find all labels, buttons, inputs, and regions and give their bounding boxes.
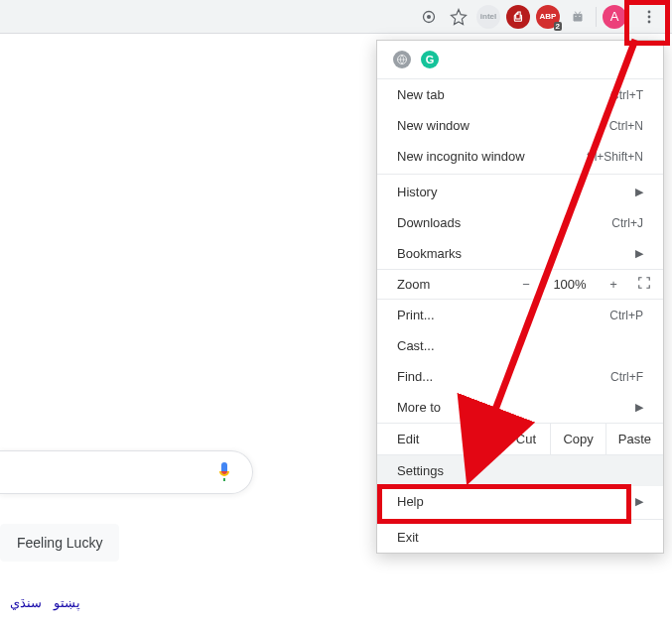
menu-shortcut: trl+Shift+N [587, 150, 643, 164]
edit-cut[interactable]: Cut [500, 424, 550, 454]
menu-label: Exit [397, 530, 419, 545]
chevron-right-icon: ▶ [635, 186, 643, 198]
feeling-lucky-button[interactable]: Feeling Lucky [0, 524, 119, 562]
extension-icon-android[interactable] [566, 5, 590, 29]
menu-zoom-row: Zoom − 100% + [377, 269, 663, 300]
edit-label: Edit [377, 424, 500, 454]
toolbar-divider [596, 7, 597, 27]
language-links: پښتو سنڌي [10, 595, 88, 610]
extension-icon-abp[interactable]: ABP 2 [536, 5, 560, 29]
menu-history[interactable]: History ▶ [377, 177, 663, 207]
svg-point-6 [648, 20, 651, 23]
menu-more-tools[interactable]: More to ▶ [377, 392, 663, 423]
edit-paste[interactable]: Paste [605, 424, 663, 454]
svg-point-1 [427, 15, 431, 19]
zoom-out-button[interactable]: − [516, 277, 536, 292]
menu-help[interactable]: Help ▶ [377, 486, 663, 517]
menu-label: History [397, 185, 437, 199]
menu-label: More to [397, 400, 441, 415]
svg-point-4 [648, 10, 651, 13]
menu-label: Help [397, 494, 424, 509]
profile-letter: A [610, 9, 619, 24]
menu-label: New window [397, 118, 470, 133]
menu-new-window[interactable]: New window Ctrl+N [377, 110, 663, 141]
browser-toolbar: intel ⎙ ABP 2 A [0, 0, 672, 34]
menu-label: Downloads [397, 215, 461, 230]
menu-print[interactable]: Print... Ctrl+P [377, 300, 663, 330]
zoom-label: Zoom [397, 277, 502, 292]
menu-find[interactable]: Find... Ctrl+F [377, 361, 663, 392]
lang-link[interactable]: سنڌي [10, 595, 42, 610]
extension-icon-intel[interactable]: intel [476, 5, 500, 29]
zoom-value: 100% [550, 277, 590, 292]
menu-extension-row: G [377, 41, 663, 79]
menu-edit-row: Edit Cut Copy Paste [377, 423, 663, 455]
star-icon[interactable] [447, 5, 470, 29]
menu-shortcut: Ctrl+J [611, 216, 643, 230]
menu-new-incognito[interactable]: New incognito window trl+Shift+N [377, 141, 663, 172]
lucky-label: Feeling Lucky [17, 535, 102, 551]
menu-shortcut: Ctrl+T [610, 88, 643, 102]
menu-new-tab[interactable]: New tab Ctrl+T [377, 79, 663, 110]
menu-bookmarks[interactable]: Bookmarks ▶ [377, 238, 663, 269]
globe-icon[interactable] [393, 51, 411, 68]
menu-label: Cast... [397, 338, 435, 353]
grammarly-icon[interactable]: G [421, 51, 439, 68]
svg-point-5 [648, 15, 651, 18]
menu-label: Print... [397, 308, 435, 322]
menu-settings[interactable]: Settings [377, 455, 663, 486]
menu-separator [377, 174, 663, 175]
menu-label: Bookmarks [397, 246, 462, 261]
menu-exit[interactable]: Exit [377, 522, 663, 553]
target-icon[interactable] [417, 5, 441, 29]
zoom-in-button[interactable]: + [604, 277, 623, 292]
search-box[interactable] [0, 450, 253, 494]
abp-badge: 2 [554, 22, 562, 31]
menu-label: New incognito window [397, 149, 525, 164]
edit-copy[interactable]: Copy [550, 424, 605, 454]
fullscreen-icon[interactable] [637, 276, 651, 293]
lang-link[interactable]: پښتو [54, 595, 80, 610]
chevron-right-icon: ▶ [635, 247, 643, 260]
menu-shortcut: Ctrl+N [609, 119, 643, 133]
menu-label: Find... [397, 369, 433, 384]
kebab-menu-button[interactable] [632, 0, 666, 34]
svg-point-2 [575, 15, 576, 16]
extension-icon-pdf[interactable]: ⎙ [506, 5, 530, 29]
menu-downloads[interactable]: Downloads Ctrl+J [377, 207, 663, 238]
menu-shortcut: Ctrl+P [609, 309, 643, 322]
chrome-menu: G New tab Ctrl+T New window Ctrl+N New i… [376, 40, 664, 554]
mic-icon[interactable] [212, 460, 236, 484]
profile-avatar[interactable]: A [603, 5, 626, 29]
chevron-right-icon: ▶ [635, 401, 643, 414]
menu-label: New tab [397, 87, 445, 102]
menu-cast[interactable]: Cast... [377, 330, 663, 361]
svg-point-3 [579, 15, 580, 16]
menu-separator [377, 519, 663, 520]
chevron-right-icon: ▶ [635, 495, 643, 508]
menu-label: Settings [397, 463, 444, 478]
menu-shortcut: Ctrl+F [610, 370, 643, 384]
